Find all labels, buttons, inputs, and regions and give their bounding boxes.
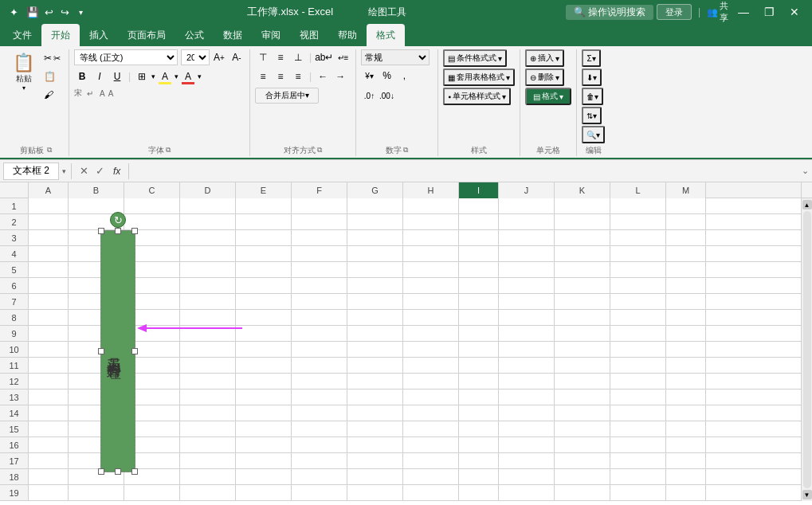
tab-formulas[interactable]: 公式 bbox=[175, 24, 214, 46]
font-expand-icon[interactable]: ⧉ bbox=[166, 146, 171, 155]
resize-handle-br[interactable] bbox=[131, 468, 138, 475]
tab-file[interactable]: 文件 bbox=[3, 24, 41, 46]
italic-button[interactable]: I bbox=[92, 69, 108, 84]
textbox-wrapper[interactable]: ↻ 员工资料管理 bbox=[100, 230, 135, 472]
col-header-c[interactable]: C bbox=[124, 182, 180, 198]
col-header-g[interactable]: G bbox=[347, 182, 403, 198]
sort-filter-button[interactable]: ⇅▾ bbox=[582, 107, 602, 124]
redo-icon[interactable]: ↪ bbox=[57, 5, 72, 19]
row-19[interactable]: 19 bbox=[0, 485, 29, 501]
cell-g1[interactable] bbox=[347, 198, 403, 214]
cell-i1[interactable] bbox=[459, 198, 499, 214]
undo-icon[interactable]: ↩ bbox=[41, 5, 56, 19]
formula-input[interactable] bbox=[134, 162, 798, 180]
row-17[interactable]: 17 bbox=[0, 453, 29, 469]
col-header-d[interactable]: D bbox=[180, 182, 236, 198]
number-expand-icon[interactable]: ⧉ bbox=[403, 146, 408, 155]
login-button[interactable]: 登录 bbox=[657, 4, 692, 20]
align-top-button[interactable]: ⊤ bbox=[255, 49, 271, 65]
wrap-text-button[interactable]: ↵≡ bbox=[335, 49, 351, 65]
resize-handle-tc[interactable] bbox=[115, 228, 121, 234]
tab-page-layout[interactable]: 页面布局 bbox=[118, 24, 175, 46]
scroll-down-btn[interactable]: ▼ bbox=[802, 490, 812, 499]
scroll-up-btn[interactable]: ▲ bbox=[802, 200, 812, 209]
decrease-font-button[interactable]: A- bbox=[229, 49, 245, 65]
col-header-l[interactable]: L bbox=[610, 182, 666, 198]
fill-dropdown[interactable]: ▾ bbox=[175, 72, 178, 80]
restore-button[interactable]: ❐ bbox=[758, 4, 780, 20]
row-14[interactable]: 14 bbox=[0, 405, 29, 421]
fill-button[interactable]: ⬇▾ bbox=[582, 69, 602, 86]
cell-f1[interactable] bbox=[292, 198, 347, 214]
row-2[interactable]: 2 bbox=[0, 214, 29, 230]
comma-button[interactable]: , bbox=[396, 68, 412, 84]
col-header-h[interactable]: H bbox=[403, 182, 459, 198]
col-header-j[interactable]: J bbox=[499, 182, 555, 198]
align-left-button[interactable]: ≡ bbox=[255, 69, 271, 84]
resize-handle-mr[interactable] bbox=[131, 348, 138, 354]
row-4[interactable]: 4 bbox=[0, 246, 29, 262]
cell-a2[interactable] bbox=[29, 214, 69, 230]
row-18[interactable]: 18 bbox=[0, 469, 29, 485]
col-header-m[interactable]: M bbox=[666, 182, 706, 198]
row-10[interactable]: 10 bbox=[0, 342, 29, 358]
scroll-thumb[interactable] bbox=[803, 211, 811, 488]
find-select-button[interactable]: 🔍▾ bbox=[582, 126, 605, 143]
row-1[interactable]: 1 bbox=[0, 198, 29, 214]
row-5[interactable]: 5 bbox=[0, 262, 29, 278]
minimize-button[interactable]: — bbox=[732, 4, 755, 20]
paste-button[interactable]: 📋 粘贴 ▾ bbox=[8, 49, 39, 95]
tab-view[interactable]: 视图 bbox=[290, 24, 328, 46]
resize-handle-bl[interactable] bbox=[98, 468, 104, 475]
font-color-dropdown[interactable]: ▾ bbox=[198, 72, 202, 80]
row-6[interactable]: 6 bbox=[0, 278, 29, 294]
fill-color-button[interactable]: A bbox=[157, 69, 173, 84]
inc-decimal-button[interactable]: .0↑ bbox=[361, 88, 377, 104]
currency-button[interactable]: ¥▾ bbox=[361, 68, 377, 84]
font-size-select[interactable]: 20 bbox=[181, 49, 210, 65]
format-cell-button[interactable]: ▤ 格式▾ bbox=[525, 88, 571, 105]
share-button[interactable]: 👥 共享 bbox=[707, 4, 729, 20]
cell-l1[interactable] bbox=[610, 198, 666, 214]
cut-button[interactable]: ✂ ✂ bbox=[41, 49, 64, 67]
increase-font-button[interactable]: A+ bbox=[211, 49, 227, 65]
col-header-a[interactable]: A bbox=[29, 182, 69, 198]
cancel-formula-button[interactable]: ✕ bbox=[76, 164, 91, 178]
border-button[interactable]: ⊞ bbox=[134, 69, 150, 84]
row-11[interactable]: 11 bbox=[0, 358, 29, 374]
font-name-select[interactable]: 等线 (正文) bbox=[74, 49, 178, 65]
clipboard-expand-icon[interactable]: ⧉ bbox=[47, 146, 52, 155]
clear-button[interactable]: 🗑▾ bbox=[582, 88, 603, 105]
col-header-k[interactable]: K bbox=[555, 182, 610, 198]
name-box[interactable] bbox=[3, 162, 59, 180]
insert-cell-button[interactable]: ⊕ 插入▾ bbox=[525, 49, 564, 67]
sum-button[interactable]: Σ▾ bbox=[582, 49, 600, 67]
align-expand-icon[interactable]: ⧉ bbox=[317, 146, 322, 155]
underline-button[interactable]: U bbox=[109, 69, 125, 84]
row-3[interactable]: 3 bbox=[0, 230, 29, 246]
border-dropdown[interactable]: ▾ bbox=[151, 72, 155, 80]
resize-handle-ml[interactable] bbox=[98, 348, 104, 354]
search-box[interactable]: 🔍 操作说明搜索 bbox=[566, 5, 653, 20]
bold-button[interactable]: B bbox=[74, 69, 90, 84]
col-header-b[interactable]: B bbox=[69, 182, 124, 198]
row-12[interactable]: 12 bbox=[0, 374, 29, 390]
row-16[interactable]: 16 bbox=[0, 437, 29, 453]
col-header-i[interactable]: I bbox=[459, 182, 499, 198]
confirm-formula-button[interactable]: ✓ bbox=[92, 164, 107, 178]
resize-handle-bc[interactable] bbox=[115, 468, 121, 475]
save-icon[interactable]: 💾 bbox=[25, 5, 40, 19]
tab-review[interactable]: 审阅 bbox=[252, 24, 290, 46]
cell-style-button[interactable]: ▪ 单元格样式式▾ bbox=[443, 88, 511, 105]
cell-j1[interactable] bbox=[499, 198, 555, 214]
col-header-f[interactable]: F bbox=[292, 182, 347, 198]
name-box-dropdown[interactable]: ▾ bbox=[62, 167, 66, 175]
tab-data[interactable]: 数据 bbox=[214, 24, 252, 46]
textbox-element[interactable]: ↻ 员工资料管理 bbox=[100, 230, 135, 472]
vertical-scrollbar[interactable]: ▲ ▼ bbox=[801, 198, 812, 501]
copy-button[interactable]: 📋 bbox=[41, 68, 64, 85]
cell-d1[interactable] bbox=[180, 198, 236, 214]
cell-h1[interactable] bbox=[403, 198, 459, 214]
font-color-button[interactable]: A bbox=[180, 69, 196, 84]
indent-inc-button[interactable]: → bbox=[332, 69, 348, 84]
